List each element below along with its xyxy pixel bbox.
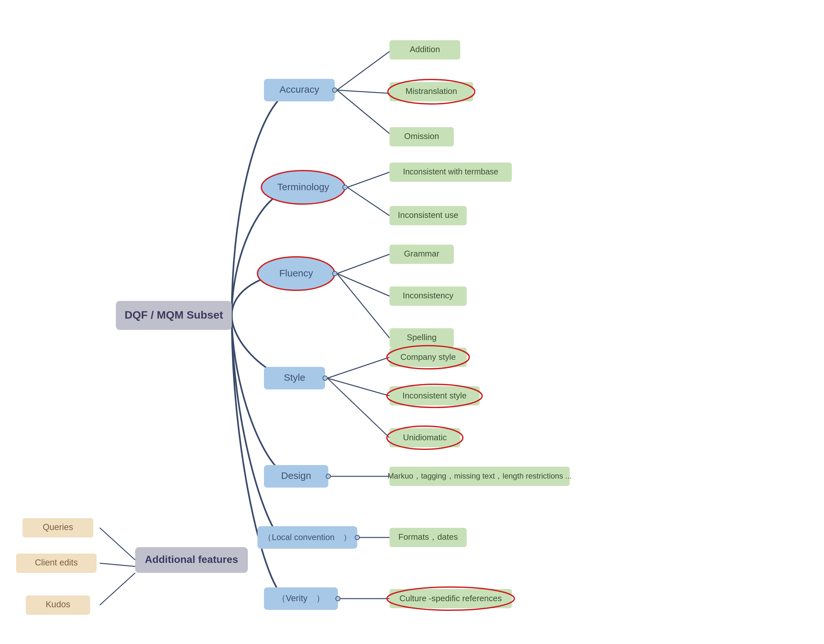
svg-line-6 xyxy=(347,187,389,216)
svg-line-17 xyxy=(100,563,135,566)
svg-line-9 xyxy=(337,274,389,338)
svg-line-3 xyxy=(337,90,389,134)
design-dot xyxy=(326,474,331,479)
queries-label: Queries xyxy=(43,523,74,532)
style-dot xyxy=(323,376,327,380)
mistranslation-label: Mistranslation xyxy=(406,86,457,96)
terminology-label: Terminology xyxy=(277,181,329,192)
root-label: DQF / MQM Subset xyxy=(125,309,223,321)
local-convention-label: （Local convention ） xyxy=(263,532,351,542)
formats-label: Formats，dates xyxy=(398,532,458,542)
additional-features-label: Additional features xyxy=(145,553,238,565)
svg-point-4 xyxy=(343,185,347,189)
spelling-label: Spelling xyxy=(407,332,437,342)
addition-label: Addition xyxy=(410,45,440,54)
culture-label: Culture -spedific references xyxy=(400,593,502,603)
company-style-label: Company style xyxy=(400,352,456,362)
inconsistency-label: Inconsistency xyxy=(403,290,454,300)
svg-line-5 xyxy=(347,172,389,187)
verity-dot xyxy=(336,596,340,601)
svg-point-0 xyxy=(332,88,337,92)
omission-label: Omission xyxy=(404,131,439,141)
verity-label: （Verity ） xyxy=(277,593,325,603)
style-label: Style xyxy=(284,372,306,383)
svg-line-2 xyxy=(337,90,389,93)
svg-line-7 xyxy=(337,254,389,274)
svg-line-1 xyxy=(337,51,389,90)
svg-line-16 xyxy=(100,528,135,560)
client-edits-label: Client edits xyxy=(35,558,78,567)
inconsistent-style-label: Inconsistent style xyxy=(402,391,466,400)
fluency-dot xyxy=(332,271,337,276)
fluency-label: Fluency xyxy=(279,268,313,278)
kudos-label: Kudos xyxy=(46,599,71,609)
design-leaf-label: Markuo，tagging，missing text，length restr… xyxy=(387,472,572,480)
inconsistent-termbase-label: Inconsistent with termbase xyxy=(403,167,498,176)
svg-line-18 xyxy=(100,573,135,605)
grammar-label: Grammar xyxy=(404,249,440,258)
design-label: Design xyxy=(281,470,311,481)
local-convention-dot xyxy=(355,535,360,540)
svg-line-10 xyxy=(327,357,389,378)
svg-line-8 xyxy=(337,274,389,296)
mindmap: Accuracy Addition Mistranslation Omissio… xyxy=(0,0,824,644)
accuracy-label: Accuracy xyxy=(280,84,319,95)
unidiomatic-label: Unidiomatic xyxy=(403,433,447,442)
inconsistent-use-label: Inconsistent use xyxy=(398,210,458,220)
